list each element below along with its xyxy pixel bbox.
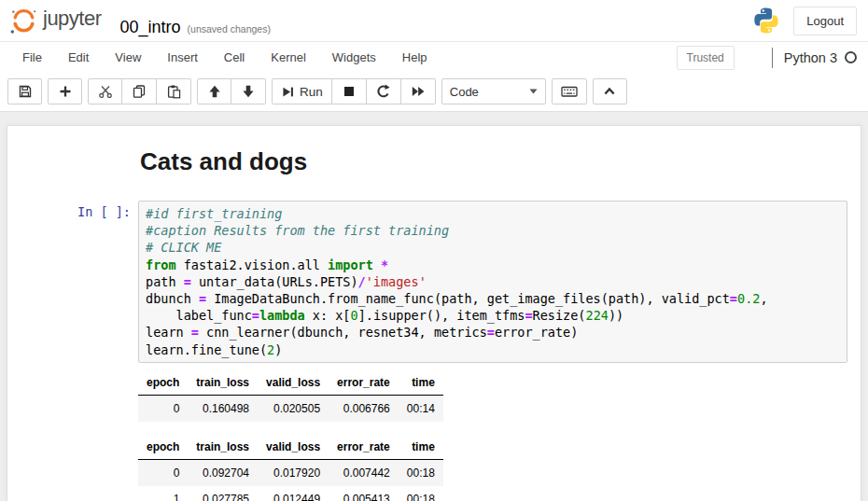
paste-cell-button[interactable] xyxy=(157,78,191,104)
table-header-train_loss: train_loss xyxy=(188,370,258,396)
jupyter-logo[interactable]: jupyter xyxy=(9,4,102,33)
output-cell: epochtrain_lossvalid_losserror_ratetime0… xyxy=(7,370,847,501)
table-row: 10.0277850.0124490.00541300:18 xyxy=(138,486,443,501)
restart-icon xyxy=(376,84,391,99)
scissors-icon xyxy=(98,84,113,99)
table-cell: 0.005413 xyxy=(329,486,399,501)
chevron-up-icon xyxy=(602,84,617,99)
move-cell-up-button[interactable] xyxy=(197,78,231,104)
table-cell: 0.160498 xyxy=(188,395,258,422)
menu-item-insert[interactable]: Insert xyxy=(154,42,211,73)
markdown-heading: Cats and dogs xyxy=(140,146,847,176)
table-header-epoch: epoch xyxy=(138,370,188,396)
table-cell: 0 xyxy=(138,395,188,422)
interrupt-kernel-button[interactable] xyxy=(332,78,367,104)
run-cell-button[interactable]: Run xyxy=(272,78,332,104)
training-results-table: epochtrain_lossvalid_losserror_ratetime0… xyxy=(138,370,443,422)
code-line: #caption Results from the first training xyxy=(146,222,840,239)
table-cell: 0.027785 xyxy=(188,486,258,501)
trusted-button[interactable]: Trusted xyxy=(677,46,735,70)
table-row: 00.0927040.0179200.00744200:18 xyxy=(138,459,443,486)
move-cell-down-button[interactable] xyxy=(231,78,266,104)
kernel-name: Python 3 xyxy=(784,50,837,65)
code-line: # CLICK ME xyxy=(146,239,840,256)
menu-item-file[interactable]: File xyxy=(9,42,55,73)
table-header-valid_loss: valid_loss xyxy=(258,435,329,460)
logout-button[interactable]: Logout xyxy=(793,7,857,35)
notebook-title[interactable]: 00_intro xyxy=(120,18,181,37)
save-button[interactable] xyxy=(7,78,42,104)
table-header-valid_loss: valid_loss xyxy=(258,370,329,396)
plus-icon xyxy=(58,84,73,99)
table-cell: 0.020505 xyxy=(258,395,329,422)
code-line: path = untar_data(URLs.PETS)/'images' xyxy=(146,273,840,290)
code-editor[interactable]: #id first_training#caption Results from … xyxy=(138,201,847,363)
fast-forward-icon xyxy=(411,84,426,99)
table-cell: 0.092704 xyxy=(188,459,258,486)
menu-item-help[interactable]: Help xyxy=(389,42,441,73)
copy-cell-button[interactable] xyxy=(122,78,157,104)
menu-item-view[interactable]: View xyxy=(102,42,154,73)
table-cell: 00:14 xyxy=(399,395,443,422)
menu-item-widgets[interactable]: Widgets xyxy=(319,42,389,73)
toolbar: Run Code xyxy=(0,73,868,112)
output-prompt xyxy=(7,370,138,501)
table-cell: 1 xyxy=(138,486,188,501)
keyboard-icon xyxy=(561,84,578,99)
run-icon xyxy=(281,85,295,99)
kernel-divider xyxy=(772,48,773,68)
code-line: #id first_training xyxy=(146,205,840,222)
menubar: FileEditViewInsertCellKernelWidgetsHelp … xyxy=(0,41,868,73)
arrow-down-icon xyxy=(241,84,256,99)
restart-kernel-button[interactable] xyxy=(367,78,401,104)
python-logo-icon xyxy=(752,7,780,35)
notebook-container: Cats and dogs In [ ]: #id first_training… xyxy=(7,125,861,501)
restart-run-all-button[interactable] xyxy=(401,78,436,104)
toggle-toolbar-button[interactable] xyxy=(593,78,627,104)
table-header-time: time xyxy=(399,370,443,396)
table-row: 00.1604980.0205050.00676600:14 xyxy=(138,395,443,422)
table-header-error_rate: error_rate xyxy=(329,435,399,460)
jupyter-logo-text: jupyter xyxy=(43,7,102,31)
run-button-label: Run xyxy=(300,85,323,99)
copy-icon xyxy=(132,84,147,99)
code-cell[interactable]: In [ ]: #id first_training#caption Resul… xyxy=(7,201,847,363)
table-header-error_rate: error_rate xyxy=(329,370,399,396)
markdown-cell[interactable]: Cats and dogs xyxy=(7,146,847,195)
table-cell: 00:18 xyxy=(399,486,443,501)
table-cell: 0.012449 xyxy=(258,486,329,501)
paste-icon xyxy=(166,84,181,99)
notebook-header: jupyter 00_intro (unsaved changes) Logou… xyxy=(0,0,868,41)
code-line: learn.fine_tune(2) xyxy=(146,341,840,358)
table-cell: 00:18 xyxy=(399,459,443,486)
table-header-epoch: epoch xyxy=(138,435,188,460)
add-cell-button[interactable] xyxy=(48,78,82,104)
cell-type-value: Code xyxy=(450,85,479,99)
cut-cell-button[interactable] xyxy=(88,78,122,104)
code-line: learn = cnn_learner(dbunch, resnet34, me… xyxy=(146,324,840,341)
table-cell: 0.017920 xyxy=(258,459,329,486)
table-header-train_loss: train_loss xyxy=(188,435,258,460)
menu-items: FileEditViewInsertCellKernelWidgetsHelp xyxy=(9,42,441,73)
code-line: from fastai2.vision.all import * xyxy=(146,257,840,273)
kernel-idle-indicator xyxy=(845,51,857,63)
caret-down-icon xyxy=(529,89,538,94)
menu-item-edit[interactable]: Edit xyxy=(55,42,102,73)
checkpoint-status: (unsaved changes) xyxy=(188,23,271,35)
training-results-table: epochtrain_lossvalid_losserror_ratetime0… xyxy=(138,435,443,501)
markdown-cell-prompt xyxy=(7,146,138,195)
save-icon xyxy=(18,84,33,99)
command-palette-button[interactable] xyxy=(552,78,587,104)
menu-item-cell[interactable]: Cell xyxy=(211,42,258,73)
table-header-time: time xyxy=(399,435,443,460)
cell-type-select[interactable]: Code xyxy=(441,78,546,104)
table-cell: 0.007442 xyxy=(329,459,399,486)
input-prompt: In [ ]: xyxy=(7,201,138,363)
menu-item-kernel[interactable]: Kernel xyxy=(258,42,319,73)
code-line: label_func=lambda x: x[0].isupper(), ite… xyxy=(146,307,840,324)
cell-outputs: epochtrain_lossvalid_losserror_ratetime0… xyxy=(138,370,847,501)
table-cell: 0 xyxy=(138,459,188,486)
notebook-site: Cats and dogs In [ ]: #id first_training… xyxy=(0,112,868,501)
jupyter-logo-icon xyxy=(9,4,43,33)
stop-icon xyxy=(342,84,357,99)
